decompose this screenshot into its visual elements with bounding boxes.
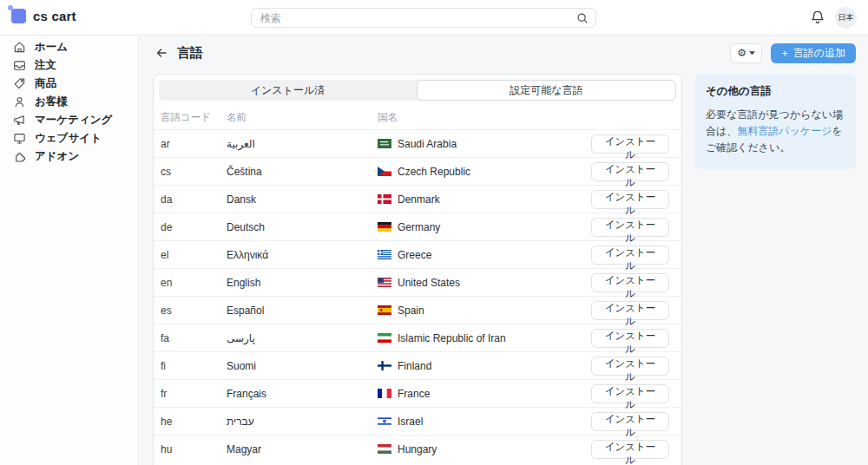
website-icon bbox=[12, 132, 26, 146]
languages-card: インストール済 設定可能な言語 言語コード 名前 国名 ar العربية S… bbox=[153, 74, 682, 465]
table-row-he: he עברית Israel インストール bbox=[154, 407, 681, 435]
panel-title: その他の言語 bbox=[706, 84, 845, 99]
table-row-fa: fa پارسی Islamic Republic of Iran インストール bbox=[154, 324, 681, 351]
logo-text: cs cart bbox=[33, 9, 76, 23]
home-icon bbox=[12, 41, 26, 55]
top-bar: cs cart 日本 bbox=[0, 0, 868, 36]
tab-bar: インストール済 設定可能な言語 bbox=[159, 80, 676, 101]
tab-available[interactable]: 設定可能な言語 bbox=[417, 80, 676, 101]
locale-selector[interactable]: 日本 bbox=[835, 7, 857, 29]
flag-ir-icon bbox=[378, 333, 391, 343]
page-title: 言語 bbox=[177, 45, 203, 62]
marketing-icon bbox=[12, 114, 26, 128]
table-row-da: da Dansk Denmark インストール bbox=[154, 185, 681, 213]
flag-il-icon bbox=[378, 416, 391, 426]
install-button[interactable]: インストール bbox=[591, 273, 669, 292]
table-row-cs: cs Čeština Czech Republic インストール bbox=[154, 157, 681, 185]
addons-icon bbox=[12, 150, 26, 164]
column-header-name: 名前 bbox=[227, 111, 378, 124]
install-button[interactable]: インストール bbox=[591, 218, 669, 237]
install-button[interactable]: インストール bbox=[591, 134, 669, 154]
flag-de-icon bbox=[378, 222, 391, 232]
flag-gr-icon bbox=[378, 250, 391, 259]
sidebar: ホーム 注文 商品 お客様 マーケティング ウェブサイト アドオン bbox=[0, 36, 139, 465]
logo-square-icon bbox=[11, 9, 26, 23]
table-row-ar: ar العربية Saudi Arabia インストール bbox=[154, 129, 681, 157]
flag-sa-icon bbox=[378, 139, 391, 148]
table-row-fi: fi Suomi Finland インストール bbox=[154, 351, 681, 379]
install-button[interactable]: インストール bbox=[591, 357, 669, 376]
install-button[interactable]: インストール bbox=[591, 440, 669, 459]
search-input[interactable] bbox=[260, 12, 576, 24]
sidebar-item-marketing[interactable]: マーケティング bbox=[0, 111, 138, 129]
gear-icon: ⚙ bbox=[737, 48, 746, 58]
add-language-button[interactable]: + 言語の追加 bbox=[771, 43, 856, 63]
plus-icon: + bbox=[781, 48, 788, 59]
flag-fr-icon bbox=[378, 389, 391, 398]
column-header-country: 国名 bbox=[378, 111, 591, 124]
page-header: 言語 ⚙ + 言語の追加 bbox=[153, 42, 856, 64]
add-language-label: 言語の追加 bbox=[793, 46, 845, 61]
table-row-de: de Deutsch Germany インストール bbox=[154, 213, 681, 240]
install-button[interactable]: インストール bbox=[591, 246, 669, 265]
flag-dk-icon bbox=[378, 194, 391, 204]
sidebar-item-customers[interactable]: お客様 bbox=[0, 93, 138, 111]
install-button[interactable]: インストール bbox=[591, 412, 669, 431]
flag-hu-icon bbox=[378, 444, 391, 454]
sidebar-item-home[interactable]: ホーム bbox=[0, 38, 138, 56]
notifications-bell-icon[interactable] bbox=[810, 10, 825, 25]
flag-us-icon bbox=[378, 278, 391, 287]
sidebar-item-orders[interactable]: 注文 bbox=[0, 56, 138, 75]
sidebar-item-website[interactable]: ウェブサイト bbox=[0, 129, 138, 147]
table-row-fr: fr Français France インストール bbox=[154, 379, 681, 407]
caret-down-icon bbox=[749, 51, 755, 56]
customers-icon bbox=[12, 95, 26, 109]
flag-cz-icon bbox=[378, 167, 391, 176]
logo-dot-icon bbox=[8, 5, 13, 10]
back-arrow-icon[interactable] bbox=[153, 44, 170, 62]
flag-es-icon bbox=[378, 305, 391, 315]
install-button[interactable]: インストール bbox=[591, 190, 669, 209]
cscart-logo[interactable]: cs cart bbox=[11, 9, 76, 23]
install-button[interactable]: インストール bbox=[591, 301, 669, 320]
install-button[interactable]: インストール bbox=[591, 384, 669, 403]
table-body: ar العربية Saudi Arabia インストール cs Češtin… bbox=[154, 129, 681, 462]
other-languages-panel: その他の言語 必要な言語が見つからない場合は、無料言語パッケージをご確認ください… bbox=[694, 74, 856, 169]
column-header-code: 言語コード bbox=[161, 111, 227, 124]
table-header: 言語コード 名前 国名 bbox=[154, 106, 681, 129]
sidebar-item-addons[interactable]: アドオン bbox=[0, 147, 138, 166]
table-row-en: en English United States インストール bbox=[154, 268, 681, 296]
content-area: 言語 ⚙ + 言語の追加 インストール済 設定可能な言語 言語コード 名前 国名… bbox=[140, 36, 868, 465]
tab-installed[interactable]: インストール済 bbox=[159, 80, 417, 101]
sidebar-item-products[interactable]: 商品 bbox=[0, 75, 138, 93]
table-row-es: es Español Spain インストール bbox=[154, 296, 681, 324]
table-row-hu: hu Magyar Hungary インストール bbox=[154, 435, 681, 462]
global-search bbox=[251, 8, 596, 28]
language-packs-link[interactable]: 無料言語パッケージ bbox=[737, 125, 832, 137]
products-icon bbox=[12, 77, 26, 91]
flag-fi-icon bbox=[378, 361, 391, 370]
table-row-el: el Ελληνικά Greece インストール bbox=[154, 240, 681, 268]
orders-icon bbox=[12, 59, 26, 73]
panel-text: 必要な言語が見つからない場合は、無料言語パッケージをご確認ください。 bbox=[706, 107, 845, 157]
settings-gear-button[interactable]: ⚙ bbox=[730, 43, 762, 63]
install-button[interactable]: インストール bbox=[591, 329, 669, 348]
search-icon[interactable] bbox=[576, 12, 589, 24]
install-button[interactable]: インストール bbox=[591, 162, 669, 181]
